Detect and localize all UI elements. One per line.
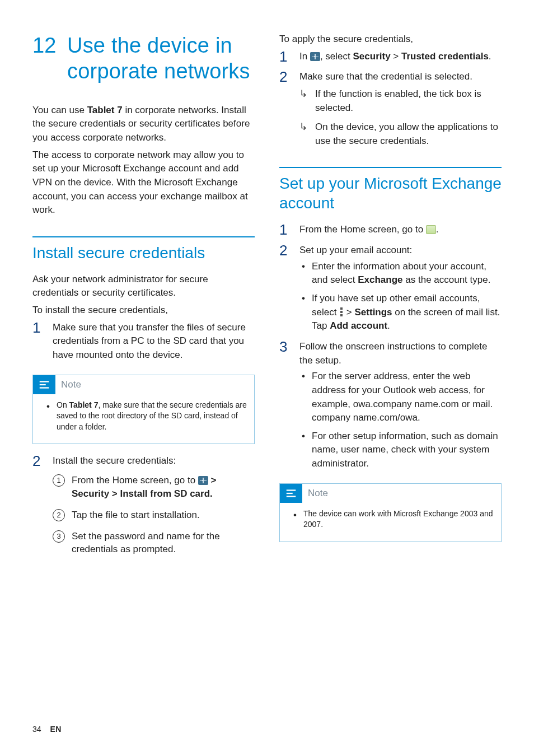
- note-icon: [33, 375, 55, 394]
- install-step-1: Make sure that you transfer the files of…: [32, 321, 255, 362]
- chapter-number: 12: [32, 32, 67, 58]
- text: , select: [320, 51, 353, 62]
- note-glyph-icon: [38, 379, 50, 391]
- substep-2: Tap the file to start installation.: [53, 508, 255, 522]
- intro-paragraph-1: You can use Tablet 7 in corporate networ…: [32, 104, 255, 145]
- install-step-2: Install the secure credentials: From the…: [32, 454, 255, 556]
- text: Install the secure credentials:: [53, 455, 176, 466]
- text: .: [489, 51, 491, 62]
- text: Exchange: [358, 274, 402, 285]
- text: Trusted credentials: [401, 51, 489, 62]
- exchange-steps: From the Home screen, go to . Set up you…: [279, 223, 502, 470]
- apply-step-2: Make sure that the credential is selecte…: [279, 70, 502, 148]
- note-head: Note: [33, 375, 254, 394]
- product-name: Tablet 7: [87, 105, 123, 115]
- text: .: [436, 224, 439, 235]
- chapter-title: 12 Use the device in corporate networks: [32, 32, 255, 85]
- exchange-step3-bullets: For the server address, enter the web ad…: [299, 370, 502, 470]
- exchange-step2-bullets: Enter the information about your account…: [299, 260, 502, 333]
- text: On: [57, 400, 69, 409]
- apply-arrow-1: If the function is enabled, the tick box…: [299, 87, 502, 115]
- text: Security: [353, 51, 391, 62]
- right-column: To apply the secure credentials, In , se…: [279, 32, 502, 564]
- chapter-text: Use the device in corporate networks: [67, 32, 255, 85]
- note-head: Note: [280, 484, 501, 503]
- text: Make sure that the credential is selecte…: [299, 71, 472, 82]
- exchange-step-2: Set up your email account: Enter the inf…: [279, 244, 502, 333]
- install-steps: Make sure that you transfer the files of…: [32, 321, 255, 362]
- text: In: [299, 51, 310, 62]
- substep-3: Set the password and name for the creden…: [53, 530, 255, 557]
- note-label: Note: [55, 379, 81, 390]
- substep-1: From the Home screen, go to > Security >…: [53, 474, 255, 501]
- apply-step-1: In , select Security > Trusted credentia…: [279, 50, 502, 64]
- note-box-1: Note On Tablet 7, make sure that the sec…: [32, 375, 255, 445]
- page-lang: EN: [50, 725, 61, 734]
- bullet: Enter the information about your account…: [299, 260, 502, 287]
- page: 12 Use the device in corporate networks …: [0, 0, 534, 756]
- bullet: If you have set up other email accounts,…: [299, 292, 502, 333]
- settings-icon: [198, 476, 208, 485]
- note-body: The device can work with Microsft Exchan…: [280, 503, 501, 542]
- section-title-exchange: Set up your Microsoft Exchange account: [279, 167, 502, 213]
- note-icon: [280, 484, 302, 503]
- page-footer: 34 EN: [32, 725, 62, 734]
- overflow-icon: [339, 307, 344, 317]
- note-glyph-icon: [285, 487, 297, 500]
- text: Settings: [355, 307, 392, 318]
- section-title-install: Install secure credentials: [32, 236, 255, 263]
- bullet: For other setup information, such as dom…: [299, 430, 502, 471]
- columns: 12 Use the device in corporate networks …: [32, 32, 502, 564]
- apply-subhead: To apply the secure credentials,: [279, 32, 502, 46]
- install-steps-cont: Install the secure credentials: From the…: [32, 454, 255, 556]
- text: as the account type.: [403, 274, 491, 285]
- mail-icon: [426, 225, 436, 234]
- text: Add account: [330, 320, 387, 331]
- apply-steps: In , select Security > Trusted credentia…: [279, 50, 502, 148]
- text: .: [387, 320, 390, 331]
- note-body: On Tablet 7, make sure that the secure c…: [33, 394, 254, 444]
- note-item: The device can work with Microsft Exchan…: [291, 508, 494, 530]
- text: You can use: [32, 105, 87, 115]
- exchange-step-1: From the Home screen, go to .: [279, 223, 502, 237]
- text: From the Home screen, go to: [72, 475, 198, 486]
- left-column: 12 Use the device in corporate networks …: [32, 32, 255, 564]
- install-substeps: From the Home screen, go to > Security >…: [53, 474, 255, 556]
- text: Set up your email account:: [299, 245, 412, 255]
- page-number: 34: [32, 725, 41, 734]
- note-label: Note: [302, 488, 328, 499]
- apply-arrow-2: On the device, you allow the application…: [299, 120, 502, 148]
- settings-icon: [310, 52, 320, 61]
- text: >: [391, 51, 401, 62]
- note-item: On Tablet 7, make sure that the secure c…: [44, 400, 247, 433]
- intro-paragraph-2: The access to corporate network may allo…: [32, 148, 255, 217]
- product-name: Tablet 7: [69, 400, 99, 409]
- bullet: For the server address, enter the web ad…: [299, 370, 502, 425]
- text: Follow the onscreen instructions to comp…: [299, 341, 487, 366]
- note-box-2: Note The device can work with Microsft E…: [279, 483, 502, 542]
- install-para-1: Ask your network administrator for secur…: [32, 273, 255, 300]
- install-subhead: To install the secure credentials,: [32, 304, 255, 318]
- text: From the Home screen, go to: [299, 224, 426, 235]
- exchange-step-3: Follow the onscreen instructions to comp…: [279, 340, 502, 471]
- text: >: [344, 307, 354, 318]
- apply-sublist: If the function is enabled, the tick box…: [299, 87, 502, 148]
